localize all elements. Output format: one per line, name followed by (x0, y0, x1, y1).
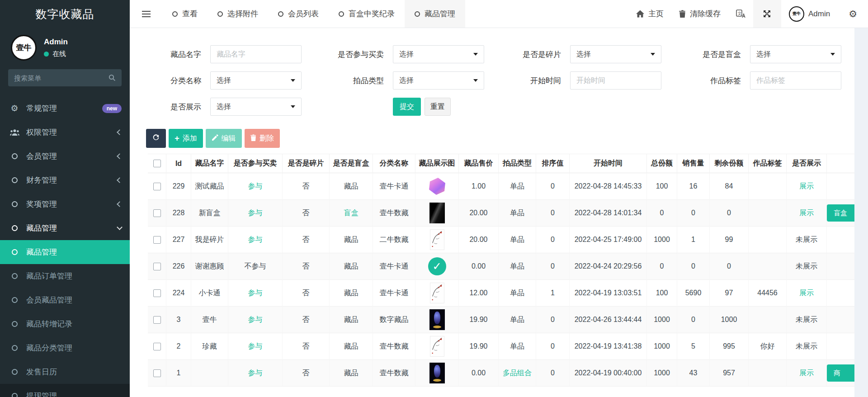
cell-display[interactable]: 展示 (787, 200, 827, 227)
add-button[interactable]: + 添加 (169, 129, 203, 148)
cell-participate[interactable]: 参与 (228, 333, 283, 360)
collection-thumbnail-dark-photo (429, 203, 445, 223)
column-header-name[interactable]: 藏品名字 (191, 154, 228, 173)
filter-input-6[interactable] (570, 71, 661, 90)
column-header-category[interactable]: 分类名称 (373, 154, 415, 173)
column-header-is_blindbox[interactable]: 是否是盲盒 (330, 154, 373, 173)
column-header-tag[interactable]: 作品标签 (749, 154, 787, 173)
row-checkbox[interactable] (153, 209, 161, 217)
sidebar-subitem-6[interactable]: 提现管理 (0, 384, 130, 397)
column-header-action[interactable] (827, 154, 854, 173)
column-header-id[interactable]: Id (166, 154, 191, 173)
table-row[interactable]: 226谢谢惠顾不参与否藏品壹牛卡通✓0.00单品02022-04-24 20:2… (148, 253, 854, 280)
cell-price: 19.90 (459, 307, 499, 333)
row-checkbox[interactable] (153, 343, 161, 350)
cell-display[interactable]: 展示 (787, 173, 827, 200)
select-all-checkbox[interactable] (153, 160, 161, 167)
cell-participate[interactable]: 参与 (228, 280, 283, 307)
table-row[interactable]: 3壹牛参与否藏品数字藏品19.90单品02022-04-26 13:44:441… (148, 307, 854, 333)
table-row[interactable]: 229测试藏品参与否藏品壹牛卡通1.00单品02022-04-28 14:45:… (148, 173, 854, 200)
table-row[interactable]: 1参与否藏品壹牛数藏0.00多品组合02022-04-19 00:40:0010… (148, 360, 854, 387)
column-header-check[interactable] (148, 154, 166, 173)
submit-button[interactable]: 提交 (393, 98, 421, 116)
sidebar-subitem-4[interactable]: 藏品分类管理 (0, 336, 130, 360)
home-button[interactable]: 主页 (628, 0, 671, 28)
row-action-button[interactable]: 盲盒 (827, 204, 854, 222)
cell-remaining: 97 (710, 280, 749, 307)
row-checkbox[interactable] (153, 316, 161, 324)
delete-button[interactable]: 删除 (245, 129, 280, 148)
cell-display[interactable]: 未展示 (787, 333, 827, 360)
column-header-price[interactable]: 藏品售价 (459, 154, 499, 173)
search-input[interactable] (14, 74, 108, 82)
cell-display[interactable]: 未展示 (787, 227, 827, 253)
row-checkbox[interactable] (153, 183, 161, 190)
cell-display[interactable]: 展示 (787, 280, 827, 307)
fullscreen-button[interactable] (753, 0, 781, 28)
table-row[interactable]: 224小卡通参与否藏品壹牛卡通12.00单品12022-04-19 13:03:… (148, 280, 854, 307)
table-row[interactable]: 228新盲盒参与否盲盒壹牛数藏20.00单品02022-04-28 14:01:… (148, 200, 854, 227)
sidebar-subitem-0[interactable]: 藏品管理 (0, 240, 130, 264)
clear-cache-button[interactable]: 清除缓存 (671, 0, 728, 28)
tab-0[interactable]: 查看 (162, 0, 208, 28)
edit-button[interactable]: 编辑 (206, 129, 242, 148)
sidebar-subitem-label: 藏品管理 (26, 247, 57, 257)
filter-input-7[interactable] (750, 71, 841, 90)
cell-participate[interactable]: 参与 (228, 360, 283, 387)
row-checkbox[interactable] (153, 236, 161, 244)
sidebar-item-3[interactable]: 财务管理 (0, 168, 130, 192)
row-checkbox[interactable] (153, 289, 161, 297)
cell-participate[interactable]: 参与 (228, 307, 283, 333)
row-checkbox[interactable] (153, 369, 161, 377)
column-header-total[interactable]: 总份额 (647, 154, 677, 173)
column-header-participate[interactable]: 是否参与买卖 (228, 154, 283, 173)
tab-4[interactable]: 藏品管理 (405, 0, 465, 28)
cell-participate[interactable]: 参与 (228, 227, 283, 253)
column-header-start_time[interactable]: 开始时间 (570, 154, 647, 173)
sidebar-item-4[interactable]: 奖项管理 (0, 192, 130, 216)
user-menu[interactable]: 壹牛 Admin (781, 0, 838, 28)
refresh-button[interactable] (146, 129, 166, 148)
cell-participate[interactable]: 不参与 (228, 253, 283, 280)
cell-display[interactable]: 展示 (787, 360, 827, 387)
row-checkbox[interactable] (153, 263, 161, 270)
sidebar-subitem-1[interactable]: 藏品订单管理 (0, 264, 130, 288)
filter-select-5[interactable]: 选择 (393, 71, 484, 90)
filter-select-1[interactable]: 选择 (393, 45, 484, 63)
column-header-is_fragment[interactable]: 是否是碎片 (283, 154, 330, 173)
cell-display[interactable]: 未展示 (787, 307, 827, 333)
column-header-display[interactable]: 是否展示 (787, 154, 827, 173)
row-action-button[interactable]: 商 (827, 364, 854, 382)
table-row[interactable]: 227我是碎片参与否藏品二牛数藏20.00单品02022-04-25 17:49… (148, 227, 854, 253)
filter-select-4[interactable]: 选择 (210, 71, 302, 90)
column-header-image[interactable]: 藏品展示图 (415, 154, 459, 173)
search-icon[interactable] (108, 74, 116, 81)
table-row[interactable]: 2珍藏参与否藏品壹牛数藏19.90单品02022-04-19 13:41:381… (148, 333, 854, 360)
sidebar-item-2[interactable]: 会员管理 (0, 144, 130, 168)
cell-participate[interactable]: 参与 (228, 173, 283, 200)
sidebar-subitem-5[interactable]: 发售日历 (0, 360, 130, 384)
reset-button[interactable]: 重置 (425, 98, 451, 116)
hamburger-menu-icon[interactable] (130, 0, 162, 28)
language-button[interactable]: 文 (728, 0, 753, 28)
tab-2[interactable]: 会员列表 (268, 0, 329, 28)
column-header-sort[interactable]: 排序值 (536, 154, 570, 173)
sidebar-item-5[interactable]: 藏品管理 (0, 216, 130, 240)
cell-display[interactable]: 未展示 (787, 253, 827, 280)
sidebar-subitem-2[interactable]: 会员藏品管理 (0, 288, 130, 312)
tab-3[interactable]: 盲盒中奖纪录 (329, 0, 405, 28)
settings-gear-icon[interactable]: ⚙ (838, 0, 868, 28)
filter-select-3[interactable]: 选择 (750, 45, 841, 63)
column-header-sales[interactable]: 销售量 (677, 154, 710, 173)
tab-1[interactable]: 选择附件 (208, 0, 268, 28)
filter-input-0[interactable] (210, 45, 302, 63)
filter-select-8[interactable]: 选择 (210, 98, 302, 116)
cell-participate[interactable]: 参与 (228, 200, 283, 227)
cell-is_blindbox: 藏品 (330, 333, 373, 360)
column-header-auction_type[interactable]: 拍品类型 (499, 154, 536, 173)
sidebar-item-0[interactable]: ⚙常规管理new (0, 96, 130, 120)
filter-select-2[interactable]: 选择 (570, 45, 661, 63)
column-header-remaining[interactable]: 剩余份额 (710, 154, 749, 173)
sidebar-item-1[interactable]: 权限管理 (0, 120, 130, 144)
sidebar-subitem-3[interactable]: 藏品转增记录 (0, 312, 130, 336)
